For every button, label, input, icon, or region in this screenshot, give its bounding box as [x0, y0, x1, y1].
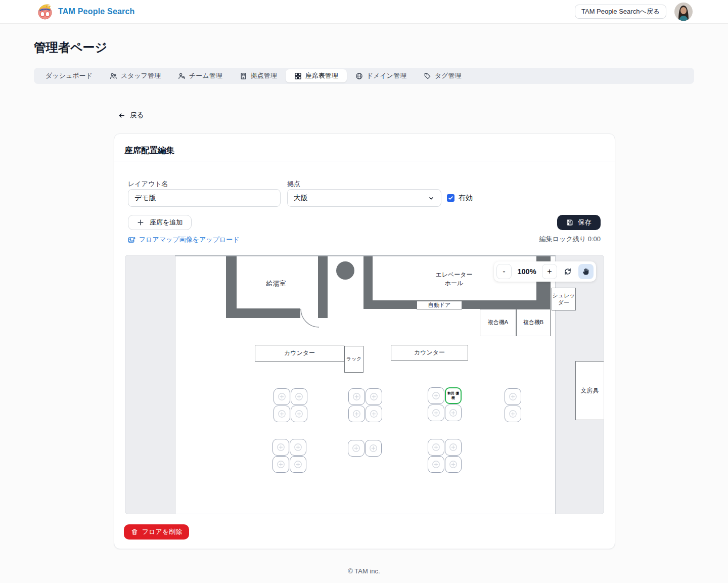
add-seat-button[interactable]: 座席を追加 [128, 215, 192, 230]
delete-floor-label: フロアを削除 [142, 527, 182, 536]
users-icon [110, 72, 117, 80]
tag-icon [424, 72, 431, 80]
tab-dashboard[interactable]: ダッシュボード [37, 69, 101, 82]
tab-label: 拠点管理 [251, 71, 277, 80]
occupied-seat[interactable]: 和田 優樹 [445, 387, 462, 404]
enabled-label: 有効 [459, 194, 473, 203]
seat[interactable] [272, 456, 289, 473]
layout-name-input[interactable] [128, 189, 281, 207]
add-seat-plus-icon [449, 443, 458, 452]
add-seat-plus-icon [449, 460, 458, 469]
tab-tags[interactable]: タグ管理 [415, 69, 470, 82]
back-link-label: 戻る [130, 111, 144, 120]
seat[interactable] [366, 388, 382, 405]
back-arrow-icon [118, 112, 125, 119]
enabled-checkbox[interactable] [447, 194, 454, 202]
seat[interactable] [274, 388, 290, 405]
admin-tabbar: ダッシュボード スタッフ管理 チーム管理 拠点管理 座席表管理 ドメイン管理 [34, 68, 694, 84]
tab-team[interactable]: チーム管理 [169, 69, 231, 82]
seat[interactable] [428, 439, 444, 456]
seat[interactable] [445, 439, 462, 456]
seat[interactable] [445, 456, 462, 473]
save-button[interactable]: 保存 [557, 215, 601, 230]
add-seat-plus-icon [370, 410, 378, 418]
site-label: 拠点 [287, 180, 300, 189]
add-seat-plus-icon [278, 410, 286, 418]
plus-icon [137, 219, 144, 226]
seat[interactable] [365, 440, 382, 457]
add-seat-plus-icon [352, 444, 360, 453]
seat[interactable] [291, 406, 307, 422]
seat[interactable] [272, 439, 289, 456]
copier-a: 複合機A [480, 309, 516, 336]
add-seat-plus-icon [432, 460, 440, 469]
add-seat-plus-icon [294, 460, 302, 469]
tab-label: スタッフ管理 [121, 71, 161, 80]
counter-2: カウンター [391, 345, 468, 361]
copier-b: 複合機B [516, 309, 551, 336]
add-seat-plus-icon [370, 392, 378, 401]
return-app-button[interactable]: TAM People Searchへ戻る [575, 5, 666, 19]
tab-seat-chart[interactable]: 座席表管理 [286, 69, 347, 82]
globe-icon [355, 72, 363, 80]
floor-map-canvas[interactable]: 給湯室エレベーター ホール自動ドアシュレッダー複合機A複合機Bカウンターラックカ… [125, 255, 604, 514]
trash-icon [131, 528, 138, 535]
delete-floor-button[interactable]: フロアを削除 [124, 524, 189, 540]
refresh-icon [564, 267, 572, 276]
brand: TAM People Search [36, 3, 135, 20]
tab-staff[interactable]: スタッフ管理 [101, 69, 169, 82]
door-arc [300, 308, 320, 330]
add-seat-plus-icon [295, 410, 303, 418]
tab-domains[interactable]: ドメイン管理 [347, 69, 415, 82]
add-seat-plus-icon [352, 392, 361, 401]
building-icon [240, 72, 247, 80]
tab-sites[interactable]: 拠点管理 [231, 69, 286, 82]
add-seat-plus-icon [509, 410, 517, 418]
upload-floormap-link[interactable]: フロアマップ画像をアップロード [128, 235, 240, 244]
seat[interactable] [366, 406, 382, 422]
add-seat-plus-icon [432, 409, 440, 417]
hand-tool-button[interactable] [578, 264, 594, 279]
room-label-kitchen: 給湯室 [254, 279, 298, 289]
add-seat-plus-icon [277, 443, 285, 452]
seat[interactable] [348, 406, 365, 422]
save-label: 保存 [578, 218, 592, 227]
tab-label: ダッシュボード [46, 71, 93, 80]
site-select[interactable]: 大阪 [287, 189, 441, 207]
footer-copyright: © TAM inc. [0, 567, 728, 575]
app-logo-icon [36, 3, 54, 20]
zoom-out-button[interactable]: - [496, 264, 512, 279]
add-seat-plus-icon [277, 460, 285, 469]
upload-floormap-label: フロアマップ画像をアップロード [139, 235, 240, 244]
seat[interactable] [291, 388, 307, 405]
seat[interactable] [505, 388, 521, 405]
seat[interactable] [428, 456, 444, 473]
seat[interactable] [505, 406, 521, 422]
chevron-down-icon [428, 195, 435, 202]
seat[interactable] [445, 405, 462, 421]
floor-plan: 給湯室エレベーター ホール自動ドアシュレッダー複合機A複合機Bカウンターラックカ… [175, 255, 556, 514]
back-link[interactable]: 戻る [118, 111, 144, 120]
check-icon [448, 195, 453, 201]
seat[interactable] [290, 439, 306, 456]
pillar [336, 261, 354, 280]
add-seat-plus-icon [432, 391, 440, 400]
seat-editor-card: 座席配置編集 レイアウト名 拠点 大阪 有効 座席を追加 保存 [114, 133, 615, 549]
counter-1: カウンター [255, 345, 344, 362]
seat[interactable] [290, 456, 306, 473]
seat[interactable] [274, 406, 290, 422]
seat[interactable] [348, 388, 365, 405]
image-upload-icon [128, 236, 135, 244]
seat[interactable] [428, 405, 444, 421]
user-avatar[interactable] [674, 3, 693, 21]
seat[interactable] [428, 387, 444, 404]
zoom-in-button[interactable]: + [542, 264, 557, 279]
wall [226, 308, 300, 318]
zoom-level: 100% [515, 267, 539, 276]
app-header: TAM People Search TAM People Searchへ戻る [0, 0, 728, 24]
add-seat-plus-icon [449, 409, 458, 417]
shredder: シュレッダー [552, 288, 576, 310]
seat[interactable] [348, 440, 365, 457]
refresh-button[interactable] [560, 264, 575, 279]
edit-lock-text: 編集ロック残り 0:00 [539, 235, 601, 244]
